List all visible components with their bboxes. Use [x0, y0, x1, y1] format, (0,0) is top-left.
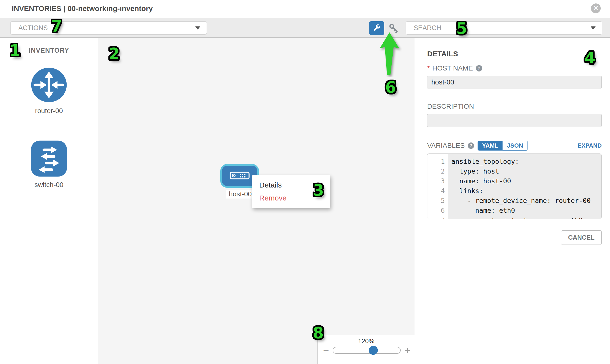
zoom-control: 120% − + — [317, 335, 415, 364]
zoom-in-button[interactable]: + — [405, 346, 410, 355]
close-icon[interactable]: ✕ — [591, 3, 601, 13]
sidebar-item-label: router-00 — [35, 107, 63, 115]
variables-code-editor[interactable]: 1 2 3 4 5 6 7 ansible_topology: type: ho… — [427, 154, 602, 219]
sidebar-title: INVENTORY — [0, 47, 98, 54]
configure-tools-button[interactable] — [369, 21, 384, 35]
main-body: INVENTORY router-00 — [0, 38, 610, 364]
line-number: 7 — [427, 215, 448, 219]
question-circle-icon[interactable]: ? — [468, 143, 474, 149]
actions-dropdown-label: ACTIONS — [18, 24, 48, 32]
topology-canvas[interactable]: host-00 Details Remove 120% − + — [98, 38, 415, 364]
line-number: 3 — [427, 176, 448, 186]
code-line: type: host — [451, 167, 601, 176]
host-server-icon — [230, 172, 250, 181]
variables-format-toggle: YAML JSON — [478, 141, 528, 151]
code-line: ansible_topology: — [451, 157, 601, 167]
sidebar-item-router[interactable]: router-00 — [0, 67, 98, 115]
wrench-icon — [373, 24, 381, 33]
chevron-down-icon — [591, 26, 596, 30]
zoom-slider-handle[interactable] — [369, 346, 378, 355]
code-line: - remote_device_name: router-00 — [451, 196, 601, 206]
details-panel: DETAILS * HOST NAME ? DESCRIPTION VARIAB… — [415, 38, 610, 364]
question-circle-icon[interactable]: ? — [476, 65, 482, 71]
details-panel-title: DETAILS — [427, 50, 602, 58]
variables-label: VARIABLES ? — [427, 142, 474, 150]
key-button[interactable] — [388, 23, 399, 34]
description-input[interactable] — [427, 114, 602, 127]
expand-link[interactable]: EXPAND — [578, 142, 602, 149]
window-header: INVENTORIES | 00-networking-inventory ✕ — [0, 0, 610, 18]
variables-label-text: VARIABLES — [427, 142, 465, 150]
toggle-json[interactable]: JSON — [503, 141, 527, 150]
code-line: name: eth0 — [451, 206, 601, 215]
key-icon — [388, 23, 399, 35]
toolbar: ACTIONS SEARCH — [0, 18, 610, 38]
line-number: 6 — [427, 206, 448, 215]
toggle-yaml[interactable]: YAML — [478, 141, 503, 150]
line-number: 1 — [427, 157, 448, 167]
actions-dropdown[interactable]: ACTIONS — [10, 21, 207, 35]
breadcrumb-item: 00-networking-inventory — [67, 4, 153, 13]
inventory-sidebar: INVENTORY router-00 — [0, 38, 98, 364]
host-node-label: host-00 — [226, 190, 255, 198]
context-menu-item-remove[interactable]: Remove — [259, 191, 330, 204]
context-menu-item-details[interactable]: Details — [259, 179, 330, 191]
zoom-out-button[interactable]: − — [323, 346, 329, 355]
search-dropdown-label: SEARCH — [414, 24, 441, 32]
host-name-label-text: HOST NAME — [432, 64, 473, 72]
switch-icon — [31, 140, 67, 178]
sidebar-item-label: switch-00 — [35, 181, 63, 189]
line-number: 2 — [427, 167, 448, 176]
required-marker: * — [427, 64, 430, 72]
code-line: name: host-00 — [451, 176, 601, 186]
breadcrumb: INVENTORIES | 00-networking-inventory — [12, 4, 153, 13]
sidebar-item-switch[interactable]: switch-00 — [0, 140, 98, 189]
editor-code-area[interactable]: ansible_topology: type: host name: host-… — [448, 154, 601, 219]
editor-gutter: 1 2 3 4 5 6 7 — [427, 154, 448, 219]
description-label-text: DESCRIPTION — [427, 103, 474, 110]
host-name-field-label: * HOST NAME ? — [427, 64, 602, 72]
variables-row: VARIABLES ? YAML JSON EXPAND — [427, 141, 602, 151]
chevron-down-icon — [195, 26, 200, 30]
zoom-slider[interactable] — [333, 347, 401, 354]
zoom-level-value: 120% — [318, 337, 415, 345]
breadcrumb-section: INVENTORIES — [12, 4, 61, 13]
line-number: 4 — [427, 186, 448, 196]
router-icon — [30, 67, 67, 104]
code-line: remote_interface_name: eth0 — [451, 215, 601, 219]
cancel-button[interactable]: CANCEL — [561, 230, 602, 245]
breadcrumb-separator: | — [61, 4, 67, 13]
node-context-menu: Details Remove — [252, 175, 330, 208]
description-field-label: DESCRIPTION — [427, 103, 602, 110]
code-line: links: — [451, 186, 601, 196]
host-name-input[interactable] — [427, 76, 602, 89]
search-dropdown[interactable]: SEARCH — [406, 21, 602, 35]
line-number: 5 — [427, 196, 448, 206]
